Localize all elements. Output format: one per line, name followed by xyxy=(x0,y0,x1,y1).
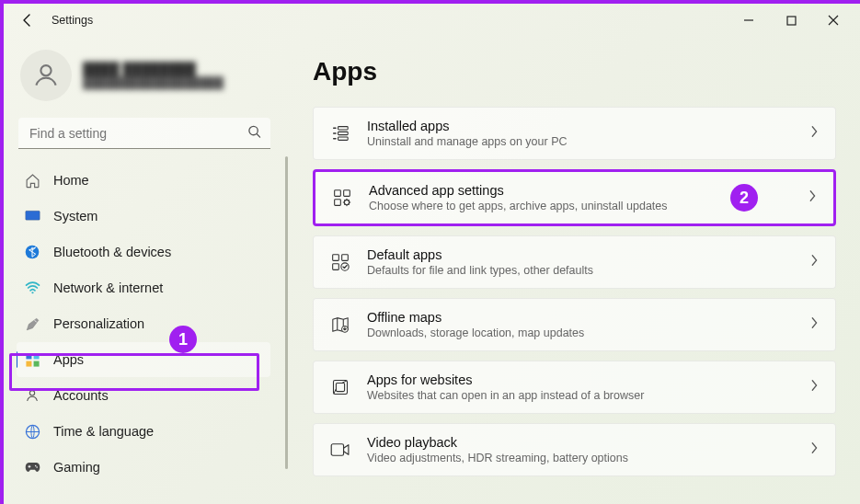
profile-email: ██████████████████ xyxy=(83,76,224,89)
card-title: Offline maps xyxy=(367,310,793,325)
sidebar-item-time-language[interactable]: Time & language xyxy=(17,414,270,449)
svg-rect-17 xyxy=(338,137,349,140)
chevron-right-icon xyxy=(809,254,819,270)
sidebar-item-apps[interactable]: Apps xyxy=(17,342,270,377)
profile-name: ████ ████████ xyxy=(83,62,224,76)
sidebar-item-label: Gaming xyxy=(53,460,100,475)
svg-rect-7 xyxy=(26,353,31,359)
svg-rect-28 xyxy=(336,383,344,391)
sidebar-item-label: Bluetooth & devices xyxy=(53,245,171,259)
svg-rect-10 xyxy=(33,361,39,366)
minimize-button[interactable] xyxy=(728,4,770,37)
card-title: Video playback xyxy=(367,435,793,450)
annotation-badge-1: 1 xyxy=(169,326,197,353)
svg-rect-23 xyxy=(342,255,349,261)
arrow-left-icon xyxy=(20,13,35,28)
search-icon xyxy=(247,125,261,143)
card-subtitle: Uninstall and manage apps on your PC xyxy=(367,135,793,148)
sidebar-item-bluetooth[interactable]: Bluetooth & devices xyxy=(17,235,270,269)
chevron-right-icon xyxy=(809,316,819,333)
sidebar-item-label: Time & language xyxy=(53,424,154,439)
svg-rect-19 xyxy=(344,190,350,197)
window-title: Settings xyxy=(46,14,93,27)
svg-point-11 xyxy=(29,391,34,395)
minimize-icon xyxy=(743,15,754,26)
time-language-icon xyxy=(24,424,40,440)
svg-point-2 xyxy=(249,126,258,134)
sidebar-item-label: Apps xyxy=(53,352,84,367)
svg-point-1 xyxy=(40,65,51,75)
svg-rect-22 xyxy=(333,255,339,261)
home-icon xyxy=(24,173,40,189)
card-title: Advanced app settings xyxy=(369,183,791,198)
chevron-right-icon xyxy=(808,189,817,206)
content: Apps Installed apps Uninstall and manage… xyxy=(280,37,860,504)
sidebar-item-label: Network & internet xyxy=(53,281,163,295)
installed-apps-icon xyxy=(330,125,350,142)
search-wrapper xyxy=(18,118,270,149)
card-installed-apps[interactable]: Installed apps Uninstall and manage apps… xyxy=(313,107,836,160)
search-input[interactable] xyxy=(18,118,270,149)
svg-point-6 xyxy=(31,292,33,293)
network-icon xyxy=(24,281,40,294)
svg-rect-0 xyxy=(787,17,796,25)
accounts-icon xyxy=(24,388,40,403)
chevron-right-icon xyxy=(809,379,819,395)
offline-maps-icon xyxy=(330,316,350,333)
close-icon xyxy=(828,15,839,26)
card-apps-for-websites[interactable]: Apps for websites Websites that can open… xyxy=(313,361,836,414)
card-title: Installed apps xyxy=(367,119,793,133)
svg-rect-27 xyxy=(334,381,348,395)
card-subtitle: Defaults for file and link types, other … xyxy=(367,264,793,277)
personalization-icon xyxy=(24,316,40,332)
profile-block[interactable]: ████ ████████ ██████████████████ xyxy=(17,44,280,114)
nav: Home System Bluetooth & devices Network … xyxy=(17,162,280,504)
maximize-button[interactable] xyxy=(770,4,812,37)
svg-rect-16 xyxy=(338,132,349,134)
svg-rect-15 xyxy=(338,127,349,130)
video-playback-icon xyxy=(330,442,350,457)
card-offline-maps[interactable]: Offline maps Downloads, storage location… xyxy=(313,298,836,351)
svg-rect-29 xyxy=(331,444,343,455)
sidebar-item-personalization[interactable]: Personalization xyxy=(17,306,270,341)
maximize-icon xyxy=(786,16,797,26)
card-default-apps[interactable]: Default apps Defaults for file and link … xyxy=(313,235,836,289)
title-bar: Settings xyxy=(4,4,860,37)
svg-rect-9 xyxy=(26,361,31,366)
card-subtitle: Downloads, storage location, map updates xyxy=(367,326,793,339)
sidebar: ████ ████████ ██████████████████ Home Sy… xyxy=(4,37,280,504)
chevron-right-icon xyxy=(809,125,819,142)
close-button[interactable] xyxy=(812,4,854,37)
apps-icon xyxy=(24,352,40,368)
apps-for-websites-icon xyxy=(330,378,350,396)
default-apps-icon xyxy=(330,253,350,271)
card-title: Default apps xyxy=(367,247,793,262)
sidebar-item-label: Accounts xyxy=(53,388,109,403)
card-title: Apps for websites xyxy=(367,372,793,387)
page-title: Apps xyxy=(313,57,836,86)
sidebar-item-system[interactable]: System xyxy=(17,199,270,234)
chevron-right-icon xyxy=(809,441,819,458)
bluetooth-icon xyxy=(24,245,40,259)
svg-point-13 xyxy=(34,465,36,467)
profile-text: ████ ████████ ██████████████████ xyxy=(83,62,224,89)
gaming-icon xyxy=(24,461,40,474)
person-icon xyxy=(31,61,61,90)
sidebar-item-gaming[interactable]: Gaming xyxy=(17,450,270,485)
sidebar-item-home[interactable]: Home xyxy=(17,163,270,198)
sidebar-item-label: System xyxy=(53,209,97,223)
card-video-playback[interactable]: Video playback Video adjustments, HDR st… xyxy=(313,423,836,476)
card-advanced-app-settings[interactable]: Advanced app settings Choose where to ge… xyxy=(313,169,836,226)
annotation-badge-2: 2 xyxy=(730,184,758,212)
card-subtitle: Websites that can open in an app instead… xyxy=(367,389,793,402)
back-button[interactable] xyxy=(9,4,46,37)
svg-rect-18 xyxy=(335,190,341,197)
sidebar-item-label: Personalization xyxy=(53,316,144,331)
card-subtitle: Video adjustments, HDR streaming, batter… xyxy=(367,452,793,464)
scrollbar[interactable] xyxy=(285,156,288,469)
svg-rect-3 xyxy=(25,211,40,220)
sidebar-item-label: Home xyxy=(53,173,89,188)
card-subtitle: Choose where to get apps, archive apps, … xyxy=(369,200,791,212)
sidebar-item-accounts[interactable]: Accounts xyxy=(17,378,270,413)
sidebar-item-network[interactable]: Network & internet xyxy=(17,270,270,305)
